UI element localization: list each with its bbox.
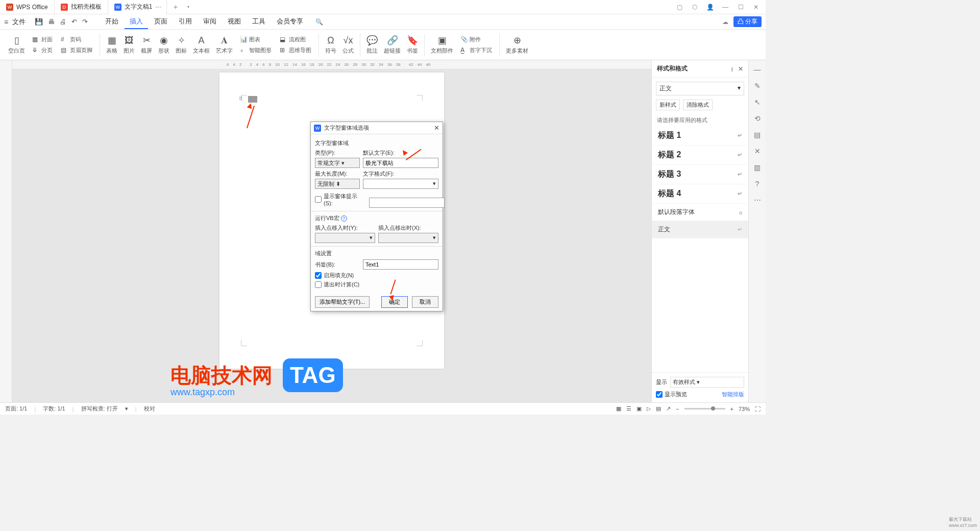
prompt-input[interactable] (369, 198, 445, 208)
current-style-select[interactable]: 正文▾ (656, 82, 744, 95)
collapse-icon[interactable]: — (754, 65, 761, 74)
chart-button[interactable]: 📊图表 (238, 35, 274, 44)
more-materials-button[interactable]: ⊕更多素材 (503, 34, 531, 56)
hamburger-icon[interactable]: ≡ (4, 18, 8, 26)
close-button[interactable]: ✕ (751, 4, 761, 11)
dialog-titlebar[interactable]: W 文字型窗体域选项 ✕ (311, 122, 443, 134)
tab-start[interactable]: 开始 (100, 15, 124, 29)
tab-view[interactable]: 视图 (223, 15, 246, 29)
tab-page[interactable]: 页面 (149, 15, 173, 29)
help-text-button[interactable]: 添加帮助文字(T)... (315, 296, 370, 308)
textbox-button[interactable]: A文本框 (190, 34, 213, 56)
dialog-close-icon[interactable]: ✕ (434, 124, 439, 132)
bookmark-button[interactable]: 🔖书签 (404, 34, 421, 56)
entry-macro-select[interactable]: ▾ (315, 233, 375, 243)
new-tab-button[interactable]: ＋ (167, 3, 184, 12)
style-heading3[interactable]: 标题 3↵ (652, 165, 748, 184)
app-tab-wps[interactable]: W WPS Office (0, 0, 55, 14)
style-heading2[interactable]: 标题 2↵ (652, 146, 748, 165)
undo-icon[interactable]: ↶ (71, 18, 77, 26)
more-icon[interactable]: ⋯ (754, 196, 761, 204)
picture-button[interactable]: 🖼图片 (120, 34, 138, 56)
screenshot-button[interactable]: ✂截屏 (138, 34, 155, 56)
app-tab-template[interactable]: D 找稻壳模板 (55, 0, 108, 14)
new-style-button[interactable]: 新样式 (656, 100, 680, 110)
cursor-icon[interactable]: ↖ (754, 98, 761, 106)
layout-icon[interactable]: ▢ (675, 4, 684, 11)
cover-button[interactable]: ▦封面 (30, 35, 55, 44)
comment-button[interactable]: 💬批注 (363, 34, 381, 56)
tab-dropdown-icon[interactable]: ▾ (184, 5, 192, 9)
view-mode-icon[interactable]: ▣ (636, 405, 642, 412)
view-mode-icon[interactable]: ▦ (616, 405, 621, 412)
wordart-button[interactable]: 𝐀艺术字 (213, 34, 236, 56)
tab-review[interactable]: 审阅 (198, 15, 222, 29)
style-heading4[interactable]: 标题 4↵ (652, 184, 748, 204)
fit-icon[interactable]: ⛶ (755, 406, 761, 412)
clear-format-button[interactable]: 清除格式 (683, 100, 713, 110)
word-count[interactable]: 字数: 1/1 (43, 405, 65, 413)
save-icon[interactable]: 💾 (35, 18, 43, 26)
cancel-button[interactable]: 取消 (412, 296, 438, 308)
attachment-button[interactable]: 📎附件 (458, 35, 494, 44)
file-menu[interactable]: 文件 (12, 17, 26, 27)
tab-close-icon[interactable]: ⋯ (155, 4, 160, 11)
bookmark-input[interactable] (363, 259, 438, 270)
symbol-button[interactable]: Ω符号 (322, 34, 339, 56)
show-select[interactable]: 有效样式 ▾ (670, 377, 744, 388)
icon-button[interactable]: ✧图标 (173, 34, 190, 56)
style-heading1[interactable]: 标题 1↵ (652, 126, 748, 146)
table-button[interactable]: ▦表格 (103, 34, 120, 56)
page-break-button[interactable]: ⤋分页 (30, 45, 55, 55)
vb-help-icon[interactable]: ? (341, 215, 347, 222)
preview-checkbox[interactable] (656, 391, 663, 398)
calc-exit-checkbox[interactable] (315, 281, 322, 288)
type-select[interactable]: 常规文字 ▾ (315, 158, 360, 168)
zoom-out-icon[interactable]: − (676, 406, 679, 412)
zoom-level[interactable]: 73% (739, 406, 750, 412)
pencil-icon[interactable]: ✎ (754, 82, 761, 90)
search-icon[interactable]: 🔍 (315, 18, 323, 26)
smart-typeset-link[interactable]: 智能排版 (722, 391, 744, 398)
pin-icon[interactable]: ⟊ (730, 66, 734, 72)
zoom-in-icon[interactable]: + (730, 406, 733, 412)
spellcheck-status[interactable]: 拼写检查: 打开 (81, 405, 118, 413)
page-indicator[interactable]: 页面: 1/1 (5, 405, 27, 413)
doc-parts-button[interactable]: ▣文档部件 (428, 34, 456, 56)
hyperlink-button[interactable]: 🔗超链接 (381, 34, 404, 56)
format-select[interactable]: ▾ (363, 179, 438, 189)
move-handle-icon[interactable]: ⠿ (239, 96, 241, 102)
tab-tools[interactable]: 工具 (247, 15, 271, 29)
redo-icon[interactable]: ↷ (82, 18, 88, 26)
panel-close-icon[interactable]: ✕ (738, 65, 743, 73)
minimize-button[interactable]: — (721, 4, 730, 11)
view-mode-icon[interactable]: ☰ (626, 405, 631, 412)
flowchart-button[interactable]: ⬓流程图 (278, 35, 313, 44)
exit-macro-select[interactable]: ▾ (378, 233, 438, 243)
blank-page-button[interactable]: ▯空白页 (5, 34, 28, 56)
maximize-button[interactable]: ☐ (736, 4, 745, 11)
layers-icon[interactable]: ▤ (754, 131, 761, 139)
style-default-font[interactable]: 默认段落字体a (652, 204, 748, 221)
equation-button[interactable]: √x公式 (339, 34, 357, 56)
view-mode-icon[interactable]: ↗ (666, 405, 671, 412)
book-icon[interactable]: ▥ (754, 163, 761, 172)
share-button[interactable]: 凸 分享 (733, 16, 762, 27)
cube-icon[interactable]: ⬡ (690, 4, 699, 11)
smartart-button[interactable]: ⬨智能图形 (238, 45, 274, 55)
cloud-icon[interactable]: ☁ (722, 18, 728, 26)
proof-status[interactable]: 校对 (144, 405, 155, 413)
view-mode-icon[interactable]: ▤ (656, 405, 661, 412)
tab-insert[interactable]: 插入 (125, 15, 148, 29)
maxlen-select[interactable]: 无限制 ⬍ (315, 179, 360, 189)
enable-fill-checkbox[interactable] (315, 272, 322, 279)
document-tab[interactable]: W 文字文稿1 ⋯ (108, 0, 167, 14)
tab-member[interactable]: 会员专享 (272, 15, 308, 29)
refresh-icon[interactable]: ⟲ (754, 114, 761, 123)
zoom-slider[interactable] (684, 408, 725, 409)
tab-reference[interactable]: 引用 (174, 15, 197, 29)
dropcap-button[interactable]: A̲首字下沉 (458, 45, 494, 55)
print-icon[interactable]: 🖶 (48, 18, 55, 26)
tools-icon[interactable]: ✕ (754, 147, 761, 155)
show-prompt-checkbox[interactable] (315, 196, 322, 203)
